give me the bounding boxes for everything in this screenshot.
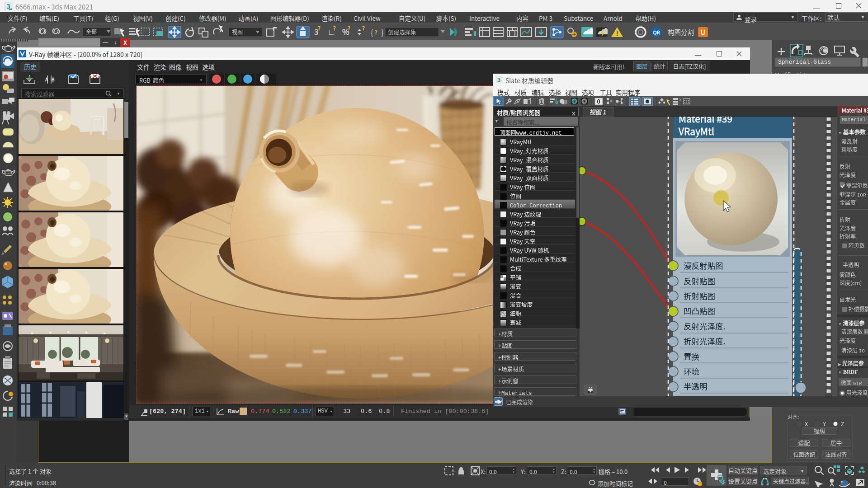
svg-text:Z: Z: [841, 422, 844, 428]
svg-text:}: }: [381, 27, 383, 38]
svg-text:B: B: [52, 76, 55, 83]
svg-text:视图: 视图: [232, 28, 243, 36]
svg-text:反射贴图: 反射贴图: [684, 275, 715, 286]
svg-text:VRayMtl: VRayMtl: [678, 124, 714, 138]
svg-text:环境: 环境: [684, 366, 699, 377]
svg-text:0: 0: [597, 97, 600, 105]
svg-text:{: {: [371, 27, 373, 38]
svg-text:置换: 置换: [684, 351, 699, 362]
svg-text:?: ?: [333, 24, 336, 32]
svg-text:反射光泽度.: 反射光泽度.: [684, 320, 725, 332]
svg-text:全部: 全部: [86, 28, 97, 35]
svg-text:QR: QR: [653, 28, 660, 36]
svg-text:?: ?: [348, 24, 350, 32]
svg-text:折射光泽度.: 折射光泽度.: [684, 335, 725, 347]
svg-text:创建选择集: 创建选择集: [388, 28, 416, 36]
svg-text:?: ?: [362, 24, 365, 32]
svg-text:U: U: [701, 27, 706, 37]
svg-text:!: !: [616, 29, 618, 38]
svg-text:半透明: 半透明: [684, 380, 708, 392]
svg-text:3: 3: [498, 76, 501, 83]
svg-text:漫反射贴图: 漫反射贴图: [684, 260, 723, 271]
svg-text:?: ?: [318, 24, 321, 32]
svg-text:折射贴图: 折射贴图: [684, 290, 715, 301]
svg-text:构图分割: 构图分割: [668, 27, 694, 37]
svg-text:?: ?: [375, 28, 377, 36]
svg-text:A: A: [45, 76, 48, 83]
svg-text:凹凸贴图: 凹凸贴图: [684, 305, 715, 316]
